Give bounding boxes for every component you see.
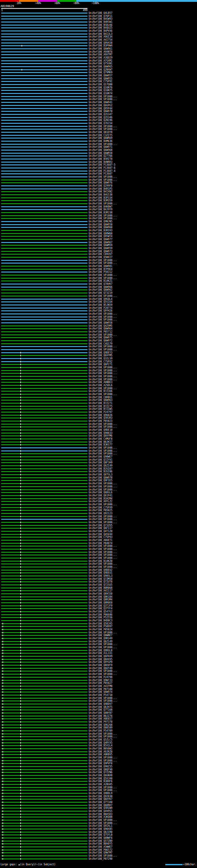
hit-bar[interactable] [1, 834, 88, 835]
hit-label[interactable]: UniRef100_UP1000... [89, 486, 117, 488]
hit-label[interactable]: UniRef100_UP1000... [89, 483, 117, 485]
hit-label[interactable]: UniRef100_UP1000... [89, 822, 117, 825]
hit-bar[interactable] [1, 96, 88, 97]
hit-bar[interactable] [1, 552, 88, 553]
hit-label[interactable]: UniRef100_A3QQI9 [89, 57, 112, 59]
hit-bar[interactable] [1, 30, 88, 31]
hit-label[interactable]: UniRef100_B3RIH3 [89, 229, 112, 232]
hit-label[interactable]: UniRef100_Q6NYB7 [89, 712, 112, 714]
hit-label[interactable]: UniRef100_C0H8U1 [89, 396, 112, 399]
hit-bar[interactable] [1, 248, 88, 249]
hit-bar[interactable] [1, 650, 88, 651]
hit-bar[interactable] [1, 716, 88, 716]
hit-label[interactable]: UniRef100_B3M359 [89, 199, 112, 202]
hit-label[interactable]: UniRef100_UP1000... [89, 516, 117, 518]
hit-label[interactable]: UniRef100_B5DLK6 [89, 24, 112, 27]
hit-label[interactable]: UniRef100_Q4V9S5 [89, 810, 112, 813]
hit-bar[interactable] [1, 66, 88, 67]
hit-label[interactable]: UniRef100_P05712 [89, 331, 112, 333]
hit-bar[interactable] [1, 775, 88, 776]
hit-bar[interactable] [1, 558, 88, 559]
hit-label[interactable]: UniRef100_Q98SL3 [89, 575, 112, 577]
hit-label[interactable]: UniRef100_Q9DGL8 [89, 649, 112, 652]
hit-bar[interactable] [1, 563, 88, 564]
hit-bar[interactable] [1, 206, 88, 207]
hit-bar[interactable] [1, 132, 88, 133]
hit-label[interactable]: UniRef100_Q9DEY3 [89, 352, 112, 354]
hit-label[interactable]: UniRef100_Q6W981 [89, 265, 112, 268]
hit-bar[interactable] [1, 269, 88, 270]
hit-label[interactable]: UniRef100_UP1000... [89, 789, 117, 792]
hit-bar[interactable] [1, 665, 88, 666]
hit-label[interactable]: UniRef100_UP1000... [89, 855, 117, 857]
hit-label[interactable]: UniRef100_Q76154 [89, 122, 112, 125]
hit-bar[interactable] [1, 644, 88, 645]
hit-bar[interactable] [1, 427, 88, 427]
hit-label[interactable]: UniRef100_Q73Z19 [89, 292, 112, 294]
hit-label[interactable]: UniRef100_B3P9W4 [89, 45, 112, 47]
hit-bar[interactable] [1, 474, 88, 475]
hit-label[interactable]: UniRef100_A9XTM7 [89, 54, 112, 56]
hit-bar[interactable] [1, 54, 88, 55]
hit-bar[interactable] [1, 456, 88, 457]
hit-label[interactable]: UniRef100_UP1000... [89, 98, 117, 101]
hit-bar[interactable] [1, 671, 88, 672]
hit-label[interactable]: UniRef100_Q7ZM58 [89, 578, 112, 581]
hit-bar[interactable] [1, 367, 88, 368]
hit-bar[interactable] [1, 772, 88, 773]
hit-bar[interactable] [1, 754, 88, 755]
hit-bar[interactable] [1, 721, 88, 722]
hit-bar[interactable] [1, 495, 88, 496]
hit-label[interactable]: UniRef100_Q6DGL6 [89, 491, 112, 494]
hit-bar[interactable] [1, 793, 88, 794]
hit-bar[interactable] [1, 388, 88, 389]
hit-label[interactable]: UniRef100_UP1000... [89, 423, 117, 426]
hit-label[interactable]: UniRef100_Q6WR58 [89, 152, 112, 155]
hit-label[interactable]: UniRef100_Q6Z149 [89, 641, 112, 643]
hit-label[interactable]: UniRef100_Q6ZI49 [89, 465, 112, 467]
hit-bar[interactable] [1, 745, 88, 746]
hit-bar[interactable] [1, 52, 88, 52]
hit-label[interactable]: UniRef100_Q6GNX8 [89, 774, 112, 777]
hit-bar[interactable] [1, 81, 88, 82]
hit-label[interactable]: UniRef100_B1AKZ1 [89, 280, 112, 282]
hit-label[interactable]: UniRef100_P54709 [89, 730, 112, 732]
hit-bar[interactable] [1, 829, 88, 830]
hit-bar[interactable] [1, 531, 88, 532]
hit-label[interactable]: UniRef100_B4NRR3 [89, 161, 112, 163]
hit-label[interactable]: UniRef100_B4M636 [89, 140, 112, 143]
hit-label[interactable]: UniRef100_Q3TJF9 [89, 605, 112, 607]
hit-label[interactable]: UniRef100_Q35346 [89, 116, 112, 119]
hit-label[interactable]: UniRef100_UP1000... [89, 566, 117, 568]
hit-label[interactable]: UniRef100_C7SP9I [89, 81, 112, 83]
hit-bar[interactable] [1, 486, 88, 487]
hit-label[interactable]: UniRef100_Q6W941 [89, 101, 112, 104]
hit-bar[interactable] [1, 84, 88, 85]
hit-label[interactable]: UniRef100_UP1000... [89, 756, 117, 759]
hit-label[interactable]: UniRef100_A4I117 [89, 590, 112, 592]
hit-label[interactable]: UniRef100_Q6W962 [89, 289, 112, 291]
hit-label[interactable]: UniRef100_UP1000... [89, 733, 117, 735]
hit-label[interactable]: UniRef100_Q4SV44 [89, 533, 112, 536]
hit-bar[interactable] [1, 805, 88, 806]
hit-label[interactable]: UniRef100_A8E657 [89, 718, 112, 720]
hit-bar[interactable] [1, 784, 88, 785]
hit-bar[interactable] [1, 191, 88, 192]
hit-bar[interactable] [1, 581, 88, 582]
hit-bar[interactable] [1, 185, 88, 186]
hit-bar[interactable] [1, 632, 88, 633]
hit-label[interactable]: UniRef100_UP1000... [89, 203, 117, 205]
hit-label[interactable]: UniRef100_C7SPX2 [89, 361, 112, 363]
hit-bar[interactable] [1, 177, 88, 177]
hit-bar[interactable] [1, 814, 88, 815]
hit-label[interactable]: UniRef100_B1H2M4 [89, 498, 112, 500]
hit-label[interactable]: UniRef100_UP1000... [89, 453, 117, 455]
hit-bar[interactable] [1, 379, 88, 380]
hit-bar[interactable] [1, 173, 88, 174]
hit-label[interactable]: UniRef100_UP1000... [89, 128, 117, 130]
hit-label[interactable]: UniRef100_P97370 [89, 721, 112, 723]
hit-bar[interactable] [1, 799, 88, 800]
hit-bar[interactable] [1, 724, 88, 725]
hit-bar[interactable] [1, 42, 88, 43]
hit-bar[interactable] [1, 197, 88, 198]
